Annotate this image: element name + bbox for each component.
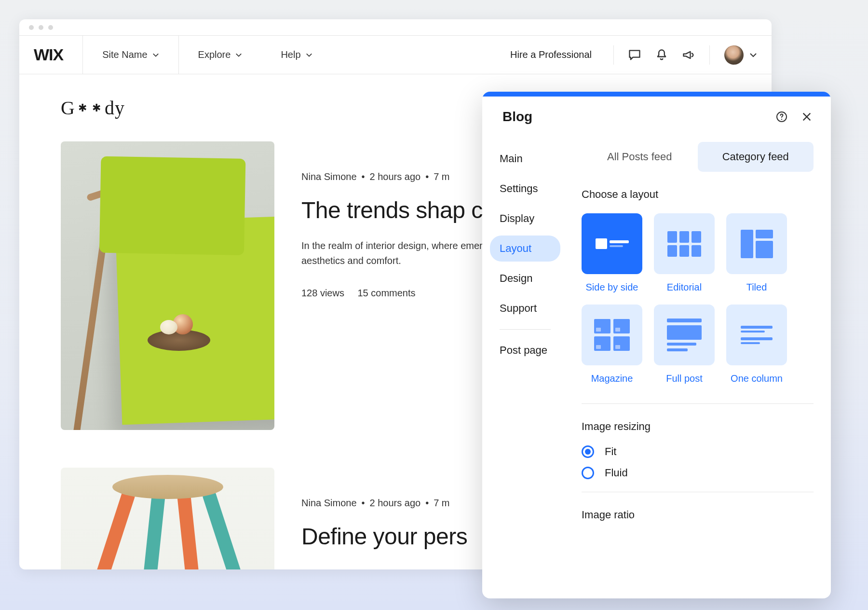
layout-magazine[interactable]: Magazine [582,305,642,384]
notifications-button[interactable] [652,45,671,65]
blog-settings-panel: Blog Main Settings Display Layout Design… [482,92,831,598]
panel-sidebar: Main Settings Display Layout Design Supp… [482,136,568,598]
top-nav: WIX Site Name Explore Help Hire a Profes… [19,36,772,74]
help-button[interactable] [775,110,788,124]
layout-side-by-side[interactable]: Side by side [582,213,642,293]
post-views: 128 views [301,288,344,298]
help-dropdown[interactable]: Help [261,36,331,74]
panel-title: Blog [502,109,532,125]
feed-tabs: All Posts feed Category feed [582,142,814,172]
image-ratio-label: Image ratio [582,509,814,521]
chat-icon [628,48,641,62]
layout-editorial[interactable]: Editorial [654,213,715,293]
explore-dropdown[interactable]: Explore [179,36,262,74]
announcements-button[interactable] [679,45,698,65]
layout-grid: Side by side Editorial Tiled [582,213,814,384]
radio-label: Fluid [605,467,628,479]
window-titlebar [19,19,772,36]
help-icon [776,111,787,123]
post-read: 7 m [434,498,449,508]
layout-label: Full post [666,373,703,384]
post-comments[interactable]: 15 comments [358,288,416,298]
panel-main: All Posts feed Category feed Choose a la… [568,136,831,598]
hire-link[interactable]: Hire a Professional [496,49,606,60]
radio-fluid[interactable]: Fluid [582,467,814,479]
layout-full-post[interactable]: Full post [654,305,715,384]
tab-all-posts[interactable]: All Posts feed [582,142,698,172]
site-name-dropdown[interactable]: Site Name [83,36,178,74]
layout-tiled[interactable]: Tiled [726,213,787,293]
layout-label: Side by side [586,282,638,293]
layout-label: Editorial [667,282,702,293]
radio-label: Fit [605,445,616,458]
post-time: 2 hours ago [370,171,421,182]
wix-logo[interactable]: WIX [34,45,63,64]
post-read: 7 m [434,171,449,182]
close-icon [801,111,812,122]
radio-fit[interactable]: Fit [582,445,814,458]
choose-layout-label: Choose a layout [582,188,814,201]
sidebar-item-layout[interactable]: Layout [490,236,560,262]
panel-accent-bar [482,92,831,97]
help-label: Help [281,49,300,60]
panel-header: Blog [482,97,831,136]
explore-label: Explore [198,49,231,60]
traffic-light-max[interactable] [48,25,53,30]
post-image[interactable] [61,468,274,569]
sidebar-item-post-page[interactable]: Post page [490,337,560,363]
post-image[interactable] [61,141,274,430]
sidebar-item-support[interactable]: Support [490,295,560,321]
traffic-light-min[interactable] [39,25,43,30]
layout-one-column[interactable]: One column [726,305,787,384]
radio-icon [582,445,594,458]
post-author[interactable]: Nina Simone [301,171,357,182]
chevron-down-icon [306,52,312,58]
sidebar-item-display[interactable]: Display [490,206,560,232]
sidebar-item-design[interactable]: Design [490,265,560,291]
layout-label: Tiled [746,282,767,293]
post-time: 2 hours ago [370,498,421,508]
account-dropdown-icon[interactable] [749,51,757,59]
chevron-down-icon [152,52,159,58]
close-button[interactable] [800,110,814,124]
sidebar-item-settings[interactable]: Settings [490,176,560,202]
tab-category-feed[interactable]: Category feed [698,142,814,172]
layout-label: One column [731,373,783,384]
chat-button[interactable] [625,45,644,65]
layout-label: Magazine [591,373,633,384]
chevron-down-icon [235,52,242,58]
bell-icon [655,48,668,62]
image-resizing-label: Image resizing [582,420,814,433]
traffic-light-close[interactable] [29,25,34,30]
site-name-label: Site Name [102,49,147,60]
user-avatar[interactable] [724,45,744,65]
sidebar-item-main[interactable]: Main [490,146,560,172]
megaphone-icon [682,48,695,62]
radio-icon [582,467,594,479]
site-brand[interactable]: G✱✱dy [61,97,125,119]
post-author[interactable]: Nina Simone [301,498,357,508]
